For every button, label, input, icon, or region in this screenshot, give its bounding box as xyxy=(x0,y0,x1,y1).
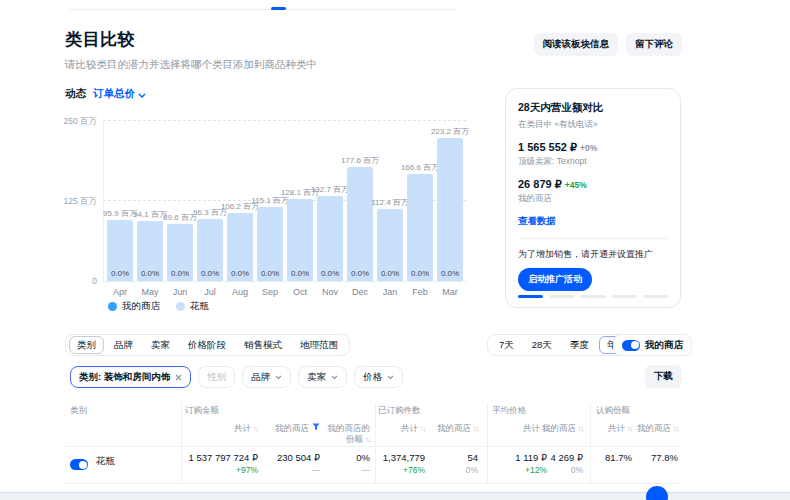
filter-chip[interactable]: 类别: 装饰和房间内饰 xyxy=(70,366,191,388)
pagination-dash[interactable] xyxy=(518,295,543,298)
filter-chip[interactable]: 价格 xyxy=(354,366,403,388)
x-axis-label: Feb xyxy=(405,287,435,297)
filter-icon xyxy=(312,423,320,433)
view-data-link[interactable]: 查看数据 xyxy=(518,215,668,228)
legend-item[interactable]: 我的商店 xyxy=(108,300,160,313)
x-axis-label: Jan xyxy=(375,287,405,297)
dimension-tab[interactable]: 卖家 xyxy=(143,336,178,354)
legend-label: 花瓶 xyxy=(190,300,209,313)
card-divider xyxy=(518,238,668,239)
y-gridline xyxy=(103,120,466,121)
column-header[interactable]: 共计↑↓ xyxy=(594,423,632,435)
pagination-dash[interactable] xyxy=(580,295,605,298)
dimension-tab[interactable]: 价格阶段 xyxy=(180,336,234,354)
pagination-dash[interactable] xyxy=(549,295,574,298)
column-header-label: 我的商店 xyxy=(542,423,576,433)
x-axis-label: Jul xyxy=(195,287,225,297)
tab-strip-divider xyxy=(70,9,456,10)
pagination-dash[interactable] xyxy=(612,295,637,298)
pagination-dash[interactable] xyxy=(643,295,668,298)
bar-dec[interactable] xyxy=(347,167,373,281)
metric-selector[interactable]: 订单总价 xyxy=(93,87,146,101)
start-promo-button[interactable]: 启动推广活动 xyxy=(518,268,592,291)
table-group-header: 平均价格 xyxy=(492,405,526,417)
turnover-comparison-card: 28天内营业额对比 在类目中 «有线电话» 1 565 552 ₽ +0% 顶级… xyxy=(505,88,681,308)
period-tab[interactable]: 7天 xyxy=(491,336,522,354)
dimension-tab[interactable]: 品牌 xyxy=(106,336,141,354)
chip-label: 类别: 装饰和房间内饰 xyxy=(79,371,170,384)
download-button[interactable]: 下载 xyxy=(645,365,682,388)
x-axis-label: Nov xyxy=(315,287,345,297)
metric-selector-label: 订单总价 xyxy=(93,87,135,101)
bar-share-label: 0.0% xyxy=(253,269,287,278)
x-axis-label: Jun xyxy=(165,287,195,297)
sort-icon: ↑↓ xyxy=(365,436,370,443)
chip-label: 卖家 xyxy=(307,371,326,384)
column-header[interactable]: 共计↑↓ xyxy=(183,423,258,435)
chevron-down-icon xyxy=(387,375,394,380)
column-header-label: 我的商店 xyxy=(637,423,671,433)
chevron-down-icon xyxy=(331,375,338,380)
chart-controls: 动态 订单总价 xyxy=(65,87,146,101)
legend-item[interactable]: 花瓶 xyxy=(176,300,209,313)
table-group-header: 认购份额 xyxy=(596,405,630,417)
dimension-tab[interactable]: 类别 xyxy=(69,336,104,354)
x-axis-label: Dec xyxy=(345,287,375,297)
column-header[interactable]: 我的商店↑↓ xyxy=(634,423,678,435)
x-axis-label: Oct xyxy=(285,287,315,297)
x-axis-line xyxy=(103,281,466,282)
chevron-down-icon xyxy=(138,88,146,100)
table-column-divider xyxy=(375,403,376,483)
column-header[interactable]: 我的商店↑↓ xyxy=(428,423,478,435)
bar-share-label: 0.0% xyxy=(163,269,197,278)
row-toggle[interactable] xyxy=(70,459,88,470)
period-tab[interactable]: 28天 xyxy=(524,336,560,354)
column-header-label: 共计 xyxy=(608,423,625,433)
my-store-toggle[interactable] xyxy=(622,340,640,351)
page-actions: 阅读该板块信息 留下评论 xyxy=(534,33,683,56)
column-header-label: 共计 xyxy=(401,423,418,433)
bar-feb[interactable] xyxy=(407,174,433,281)
column-header[interactable]: 我的商店的份额↑↓ xyxy=(322,423,370,446)
cell-delta: 0% xyxy=(428,465,478,475)
my-store-label: 我的商店 xyxy=(518,193,668,205)
sort-icon: ↑↓ xyxy=(253,425,258,432)
dimension-tab[interactable]: 地理范围 xyxy=(292,336,346,354)
column-header-label: 我的商店 xyxy=(275,423,309,433)
row-category-name: 花瓶 xyxy=(96,455,115,468)
promo-text: 为了增加销售，请开通并设置推广 xyxy=(518,248,668,260)
bar-mar[interactable] xyxy=(437,138,463,281)
column-header[interactable]: 共计↑↓ xyxy=(377,423,425,435)
table-row-divider xyxy=(65,483,682,484)
top-seller-delta: +0% xyxy=(580,143,597,153)
sort-icon: ↑↓ xyxy=(420,425,425,432)
read-info-button[interactable]: 阅读该板块信息 xyxy=(534,33,619,56)
bar-value-label: 223.2 百万 xyxy=(420,126,480,137)
remove-icon[interactable] xyxy=(175,374,182,381)
bar-share-label: 0.0% xyxy=(403,269,437,278)
x-axis-label: Sep xyxy=(255,287,285,297)
x-axis-label: Mar xyxy=(435,287,465,297)
chat-fab[interactable] xyxy=(646,486,668,500)
bar-share-label: 0.0% xyxy=(103,269,137,278)
column-header[interactable]: 我的商店 xyxy=(260,423,320,435)
cell-delta: 0% xyxy=(539,465,583,475)
bar-share-label: 0.0% xyxy=(433,269,467,278)
filter-chip: 性别 xyxy=(198,366,235,388)
filter-chip[interactable]: 卖家 xyxy=(298,366,347,388)
bar-share-label: 0.0% xyxy=(133,269,167,278)
period-tab[interactable]: 季度 xyxy=(562,336,597,354)
cell-value: 77.8% xyxy=(622,452,678,463)
leave-comment-button[interactable]: 留下评论 xyxy=(626,33,682,56)
cell-value: 54 xyxy=(416,452,478,463)
legend-dot xyxy=(176,302,185,311)
column-header[interactable]: 我的商店↑↓ xyxy=(539,423,583,435)
filter-chip[interactable]: 品牌 xyxy=(242,366,291,388)
applied-filters-row: 类别: 装饰和房间内饰性别品牌卖家价格 xyxy=(70,366,403,388)
dimension-tab[interactable]: 销售模式 xyxy=(236,336,290,354)
active-tab-indicator xyxy=(271,7,286,10)
table-column-divider xyxy=(487,403,488,483)
dynamics-label: 动态 xyxy=(65,87,86,101)
table-column-divider xyxy=(181,403,182,483)
y-axis-label: 125 百万 xyxy=(40,196,97,208)
